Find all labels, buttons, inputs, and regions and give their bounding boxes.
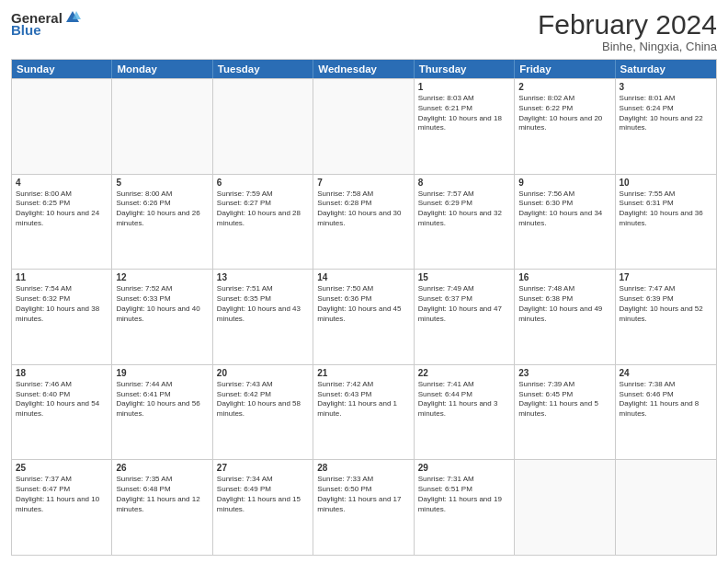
logo-icon [64, 9, 81, 26]
header-sunday: Sunday [12, 60, 112, 78]
day-number-23: 23 [518, 368, 610, 378]
day-13: 13Sunrise: 7:51 AMSunset: 6:35 PMDayligh… [213, 270, 313, 364]
week-2: 4Sunrise: 8:00 AMSunset: 6:25 PMDaylight… [12, 174, 716, 270]
day-19: 19Sunrise: 7:44 AMSunset: 6:41 PMDayligh… [112, 365, 212, 460]
day-info-16: Sunrise: 7:48 AMSunset: 6:38 PMDaylight:… [518, 284, 610, 324]
day-info-20: Sunrise: 7:43 AMSunset: 6:42 PMDaylight:… [217, 380, 309, 419]
day-number-22: 22 [418, 368, 510, 378]
day-number-11: 11 [16, 272, 108, 282]
day-info-11: Sunrise: 7:54 AMSunset: 6:32 PMDaylight:… [16, 284, 108, 324]
day-number-17: 17 [620, 272, 712, 282]
day-number-29: 29 [418, 463, 510, 473]
day-number-4: 4 [16, 178, 108, 188]
empty-cell [515, 460, 615, 555]
day-number-18: 18 [16, 368, 108, 378]
empty-cell [313, 79, 414, 174]
day-info-18: Sunrise: 7:46 AMSunset: 6:40 PMDaylight:… [16, 380, 108, 419]
day-info-26: Sunrise: 7:35 AMSunset: 6:48 PMDaylight:… [116, 475, 208, 514]
day-info-7: Sunrise: 7:58 AMSunset: 6:28 PMDaylight:… [317, 190, 409, 229]
day-number-21: 21 [317, 368, 409, 378]
day-number-13: 13 [217, 272, 309, 282]
day-5: 5Sunrise: 8:00 AMSunset: 6:26 PMDaylight… [112, 175, 212, 270]
day-7: 7Sunrise: 7:58 AMSunset: 6:28 PMDaylight… [313, 175, 414, 270]
day-27: 27Sunrise: 7:34 AMSunset: 6:49 PMDayligh… [213, 460, 313, 555]
day-23: 23Sunrise: 7:39 AMSunset: 6:45 PMDayligh… [515, 365, 615, 460]
day-21: 21Sunrise: 7:42 AMSunset: 6:43 PMDayligh… [313, 365, 414, 460]
day-info-8: Sunrise: 7:57 AMSunset: 6:29 PMDaylight:… [418, 190, 510, 229]
day-number-26: 26 [116, 463, 208, 473]
calendar-header-row: Sunday Monday Tuesday Wednesday Thursday… [12, 60, 716, 78]
day-1: 1Sunrise: 8:03 AMSunset: 6:21 PMDaylight… [415, 79, 515, 174]
day-info-15: Sunrise: 7:49 AMSunset: 6:37 PMDaylight:… [418, 284, 510, 324]
day-number-3: 3 [620, 82, 712, 92]
day-22: 22Sunrise: 7:41 AMSunset: 6:44 PMDayligh… [415, 365, 515, 460]
day-number-14: 14 [317, 272, 409, 282]
day-info-9: Sunrise: 7:56 AMSunset: 6:30 PMDaylight:… [518, 190, 610, 229]
day-12: 12Sunrise: 7:52 AMSunset: 6:33 PMDayligh… [112, 270, 212, 364]
day-info-12: Sunrise: 7:52 AMSunset: 6:33 PMDaylight:… [116, 284, 208, 324]
logo-blue: Blue [11, 22, 41, 38]
day-20: 20Sunrise: 7:43 AMSunset: 6:42 PMDayligh… [213, 365, 313, 460]
empty-cell [213, 79, 313, 174]
day-info-5: Sunrise: 8:00 AMSunset: 6:26 PMDaylight:… [116, 190, 208, 229]
day-info-28: Sunrise: 7:33 AMSunset: 6:50 PMDaylight:… [317, 475, 409, 514]
day-number-28: 28 [317, 463, 409, 473]
day-2: 2Sunrise: 8:02 AMSunset: 6:22 PMDaylight… [515, 79, 615, 174]
header-saturday: Saturday [616, 60, 716, 78]
day-number-19: 19 [116, 368, 208, 378]
week-4: 18Sunrise: 7:46 AMSunset: 6:40 PMDayligh… [12, 364, 716, 460]
day-info-3: Sunrise: 8:01 AMSunset: 6:24 PMDaylight:… [620, 94, 712, 133]
header-wednesday: Wednesday [313, 60, 414, 78]
day-number-5: 5 [116, 178, 208, 188]
day-info-13: Sunrise: 7:51 AMSunset: 6:35 PMDaylight:… [217, 284, 309, 324]
logo: General Blue [11, 9, 81, 38]
day-28: 28Sunrise: 7:33 AMSunset: 6:50 PMDayligh… [313, 460, 414, 555]
day-info-14: Sunrise: 7:50 AMSunset: 6:36 PMDaylight:… [317, 284, 409, 324]
day-number-25: 25 [16, 463, 108, 473]
day-17: 17Sunrise: 7:47 AMSunset: 6:39 PMDayligh… [616, 270, 716, 364]
day-number-6: 6 [217, 178, 309, 188]
day-number-15: 15 [418, 272, 510, 282]
day-number-27: 27 [217, 463, 309, 473]
day-15: 15Sunrise: 7:49 AMSunset: 6:37 PMDayligh… [415, 270, 515, 364]
header: General Blue February 2024 Binhe, Ningxi… [11, 9, 717, 53]
day-info-19: Sunrise: 7:44 AMSunset: 6:41 PMDaylight:… [116, 380, 208, 419]
day-10: 10Sunrise: 7:55 AMSunset: 6:31 PMDayligh… [616, 175, 716, 270]
day-number-16: 16 [518, 272, 610, 282]
day-number-10: 10 [620, 178, 712, 188]
day-info-29: Sunrise: 7:31 AMSunset: 6:51 PMDaylight:… [418, 475, 510, 514]
day-info-17: Sunrise: 7:47 AMSunset: 6:39 PMDaylight:… [620, 284, 712, 324]
header-friday: Friday [515, 60, 615, 78]
header-monday: Monday [112, 60, 212, 78]
week-3: 11Sunrise: 7:54 AMSunset: 6:32 PMDayligh… [12, 269, 716, 364]
day-info-4: Sunrise: 8:00 AMSunset: 6:25 PMDaylight:… [16, 190, 108, 229]
day-info-1: Sunrise: 8:03 AMSunset: 6:21 PMDaylight:… [418, 94, 510, 133]
header-tuesday: Tuesday [213, 60, 313, 78]
calendar-body: 1Sunrise: 8:03 AMSunset: 6:21 PMDaylight… [12, 78, 716, 555]
day-number-7: 7 [317, 178, 409, 188]
day-18: 18Sunrise: 7:46 AMSunset: 6:40 PMDayligh… [12, 365, 112, 460]
day-8: 8Sunrise: 7:57 AMSunset: 6:29 PMDaylight… [415, 175, 515, 270]
empty-cell [112, 79, 212, 174]
day-info-24: Sunrise: 7:38 AMSunset: 6:46 PMDaylight:… [620, 380, 712, 419]
week-5: 25Sunrise: 7:37 AMSunset: 6:47 PMDayligh… [12, 459, 716, 555]
week-1: 1Sunrise: 8:03 AMSunset: 6:21 PMDaylight… [12, 78, 716, 174]
day-6: 6Sunrise: 7:59 AMSunset: 6:27 PMDaylight… [213, 175, 313, 270]
day-number-20: 20 [217, 368, 309, 378]
empty-cell [12, 79, 112, 174]
day-info-2: Sunrise: 8:02 AMSunset: 6:22 PMDaylight:… [518, 94, 610, 133]
day-info-25: Sunrise: 7:37 AMSunset: 6:47 PMDaylight:… [16, 475, 108, 514]
day-25: 25Sunrise: 7:37 AMSunset: 6:47 PMDayligh… [12, 460, 112, 555]
day-4: 4Sunrise: 8:00 AMSunset: 6:25 PMDaylight… [12, 175, 112, 270]
day-3: 3Sunrise: 8:01 AMSunset: 6:24 PMDaylight… [616, 79, 716, 174]
calendar-subtitle: Binhe, Ningxia, China [538, 40, 717, 53]
day-26: 26Sunrise: 7:35 AMSunset: 6:48 PMDayligh… [112, 460, 212, 555]
page: General Blue February 2024 Binhe, Ningxi… [0, 0, 728, 563]
empty-cell [616, 460, 716, 555]
day-16: 16Sunrise: 7:48 AMSunset: 6:38 PMDayligh… [515, 270, 615, 364]
day-number-2: 2 [518, 82, 610, 92]
day-9: 9Sunrise: 7:56 AMSunset: 6:30 PMDaylight… [515, 175, 615, 270]
day-number-24: 24 [620, 368, 712, 378]
day-number-8: 8 [418, 178, 510, 188]
day-24: 24Sunrise: 7:38 AMSunset: 6:46 PMDayligh… [616, 365, 716, 460]
